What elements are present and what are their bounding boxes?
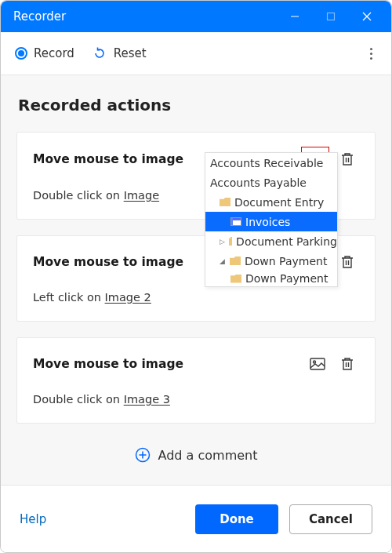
tree-item-label: Down Payment — [245, 272, 328, 285]
svg-rect-1 — [328, 13, 335, 20]
tree-item-label: Accounts Receivable — [210, 157, 323, 169]
action-title: Move mouse to image — [33, 357, 299, 371]
action-target-link[interactable]: Image 3 — [124, 393, 170, 406]
footer-bar: Help Done Cancel — [1, 485, 391, 552]
target-preview-popup: Accounts Receivable Accounts Payable Doc… — [205, 152, 338, 287]
tree-item[interactable]: Accounts Payable — [205, 173, 337, 192]
delete-button[interactable] — [336, 147, 359, 171]
folder-icon — [220, 198, 230, 206]
tree-item[interactable]: Document Entry — [205, 192, 337, 212]
delete-button[interactable] — [336, 352, 359, 376]
action-target-link[interactable]: Image — [124, 189, 159, 202]
screenshot-button[interactable] — [306, 352, 329, 376]
recorder-body: Recorded actions Move mouse to image — [1, 75, 391, 485]
delete-button[interactable] — [336, 250, 359, 274]
record-button[interactable]: Record — [15, 46, 74, 60]
trash-icon — [340, 356, 354, 372]
action-target-link[interactable]: Image 2 — [105, 291, 151, 304]
tree-item-label: Invoices — [245, 216, 290, 228]
action-desc-text: Double click on — [33, 189, 124, 202]
record-label: Record — [34, 46, 74, 60]
tree-item[interactable]: ▷ Document Parking — [205, 231, 337, 251]
action-desc-text: Double click on — [33, 393, 124, 406]
toolbar: Record Reset — [1, 32, 391, 75]
tree-item-label: Accounts Payable — [210, 176, 307, 189]
tree-item-label: Document Entry — [234, 196, 324, 209]
folder-icon — [229, 237, 232, 246]
minimize-button[interactable] — [277, 1, 313, 32]
collapse-icon: ◢ — [220, 257, 226, 265]
action-desc-text: Left click on — [33, 291, 105, 304]
window-title: Recorder — [13, 9, 277, 24]
section-heading: Recorded actions — [18, 96, 376, 115]
more-options-button[interactable] — [365, 43, 377, 64]
cancel-button[interactable]: Cancel — [289, 504, 372, 534]
action-card: Move mouse to image Double click on Imag… — [16, 337, 376, 424]
tree-item-selected[interactable]: Invoices — [205, 212, 337, 231]
plus-circle-icon — [135, 447, 151, 463]
tree-item[interactable]: ◢ Down Payment — [205, 251, 337, 271]
grid-icon — [230, 217, 241, 226]
tree-item-label: Document Parking — [236, 235, 337, 248]
add-comment-label: Add a comment — [158, 448, 258, 463]
help-link[interactable]: Help — [20, 512, 184, 526]
record-icon — [15, 47, 27, 60]
titlebar: Recorder — [1, 1, 391, 32]
reset-button[interactable]: Reset — [92, 45, 147, 61]
reset-icon — [92, 45, 107, 61]
tree-item-label: Down Payment — [245, 255, 327, 267]
trash-icon — [340, 151, 354, 167]
add-comment-button[interactable]: Add a comment — [16, 447, 376, 463]
reset-label: Reset — [114, 46, 147, 60]
action-description: Left click on Image 2 — [33, 291, 359, 304]
folder-icon — [230, 275, 241, 283]
close-button[interactable] — [349, 1, 385, 32]
maximize-button[interactable] — [313, 1, 349, 32]
folder-icon — [230, 256, 241, 265]
recorder-window: Recorder Record Reset — [0, 0, 392, 553]
tree-item[interactable]: Accounts Receivable — [205, 153, 337, 173]
action-description: Double click on Image 3 — [33, 393, 359, 406]
expand-icon: ▷ — [220, 238, 225, 246]
done-button[interactable]: Done — [195, 504, 278, 534]
trash-icon — [340, 254, 354, 270]
image-icon — [310, 358, 325, 370]
svg-point-9 — [314, 361, 316, 363]
tree-item[interactable]: Down Payment — [205, 271, 337, 286]
window-buttons — [277, 1, 385, 32]
